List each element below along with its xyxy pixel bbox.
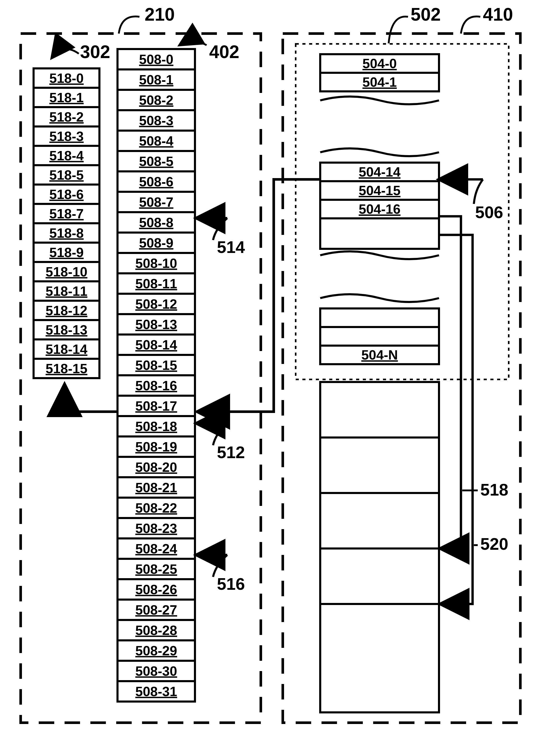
wavy (320, 97, 439, 104)
cell (320, 309, 439, 327)
cell-label: 508-15 (135, 358, 177, 373)
wavy (320, 148, 439, 156)
cell-label: 518-12 (46, 303, 88, 318)
cell-label: 504-1 (362, 75, 397, 90)
cell-label: 508-4 (139, 133, 174, 148)
label-410: 410 (483, 4, 513, 25)
label-516: 516 (217, 575, 245, 594)
cell-label: 508-29 (135, 643, 177, 658)
wavy (320, 251, 439, 259)
cell-label: 508-28 (135, 623, 177, 638)
cell-label: 518-9 (49, 245, 84, 260)
cell-label: 508-9 (139, 235, 174, 250)
cell-label: 508-7 (139, 195, 174, 210)
cell-label: 518-11 (46, 284, 88, 299)
ref-514-hook (213, 218, 227, 240)
cell-label: 518-4 (49, 148, 84, 163)
cell-label: 508-6 (139, 174, 174, 189)
label-512: 512 (217, 443, 245, 462)
label-514: 514 (217, 238, 245, 257)
wavy (320, 294, 439, 302)
cell-label: 504-16 (359, 202, 400, 217)
enclosure-410 (283, 34, 520, 723)
label-402: 402 (209, 42, 240, 62)
cell-label: 518-2 (49, 110, 84, 125)
cell-label: 504-15 (359, 183, 400, 198)
cell-label: 508-13 (135, 317, 177, 332)
cell-label: 508-26 (135, 582, 177, 597)
cell-label: 518-5 (49, 167, 84, 182)
cell-label: 518-15 (46, 361, 88, 376)
label-506: 506 (475, 203, 503, 222)
cell-label: 508-24 (135, 541, 177, 556)
cell-label: 508-0 (139, 52, 174, 67)
leader-210 (119, 17, 140, 34)
leader-402 (180, 41, 207, 45)
cell-label: 518-8 (49, 226, 84, 241)
cell-label: 508-18 (135, 419, 177, 434)
cell-label: 508-31 (135, 684, 177, 699)
arrow-508-to-518 (65, 384, 118, 412)
cell-label: 518-1 (49, 90, 84, 105)
cell-label: 504-0 (362, 56, 397, 71)
cell-label: 508-3 (139, 113, 174, 128)
cell-label: 518-14 (46, 342, 88, 357)
cell-label: 508-19 (135, 439, 177, 454)
cell-label: 508-5 (139, 154, 174, 169)
arrow-504-to-508 (198, 179, 320, 412)
arrow-518 (439, 216, 461, 549)
cell-label: 508-11 (135, 276, 177, 291)
cell-label: 508-30 (135, 663, 177, 678)
cell-label: 508-21 (135, 480, 177, 495)
cell-label: 508-2 (139, 93, 174, 108)
cell-label: 518-3 (49, 129, 84, 144)
column-518: 518-0518-1518-2518-3518-4518-5518-6518-7… (34, 68, 99, 378)
label-302: 302 (80, 42, 110, 62)
cell-label: 508-1 (139, 72, 174, 87)
cell-label: 508-12 (135, 297, 177, 312)
cell-label: 518-0 (49, 71, 84, 86)
ref-512-hook (213, 423, 227, 445)
cell-label: 508-22 (135, 500, 177, 515)
ref-506-hook (474, 179, 483, 204)
cell-label: 518-6 (49, 187, 84, 202)
cell-label: 508-23 (135, 521, 177, 536)
cell-label: 508-20 (135, 460, 177, 475)
cell-label: 518-10 (46, 264, 88, 279)
cell-label: 508-17 (135, 398, 177, 413)
label-520: 520 (480, 535, 508, 553)
leader-410 (461, 17, 480, 34)
cell-label: 508-27 (135, 603, 177, 618)
leader-302 (52, 49, 79, 58)
cell-label: 508-10 (135, 256, 177, 271)
cell-label: 508-25 (135, 562, 177, 577)
column-504: 504-0504-1504-14504-15504-16504-N (320, 54, 439, 364)
cell-label: 504-N (361, 348, 398, 363)
cell (320, 218, 439, 249)
cell-label: 508-14 (135, 337, 177, 352)
label-518r: 518 (480, 480, 508, 499)
cell-label: 508-16 (135, 378, 177, 393)
leader-502 (389, 17, 408, 43)
diagram-canvas: 210 518-0518-1518-2518-3518-4518-5518-65… (0, 0, 541, 756)
label-210: 210 (145, 4, 175, 25)
cell (320, 327, 439, 346)
ref-516-hook (213, 555, 227, 577)
label-502: 502 (411, 4, 441, 25)
large-column (320, 382, 439, 712)
column-508: 508-0508-1508-2508-3508-4508-5508-6508-7… (118, 49, 195, 701)
cell-label: 504-14 (359, 164, 400, 179)
cell-label: 518-13 (46, 322, 88, 337)
cell-label: 508-8 (139, 215, 174, 230)
svg-rect-0 (320, 382, 439, 712)
cell-label: 518-7 (49, 206, 84, 221)
